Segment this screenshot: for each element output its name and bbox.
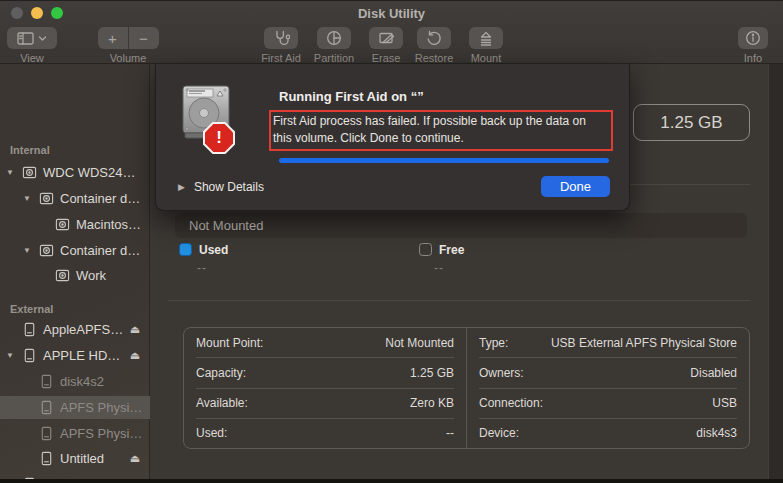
sidebar-item-work[interactable]: Work: [0, 264, 150, 287]
info-icon: [745, 30, 761, 46]
row-label: Type:: [479, 336, 508, 350]
disclosure-triangle-icon: ▶: [178, 182, 185, 192]
show-details-label: Show Details: [194, 180, 264, 194]
row-value: --: [446, 426, 454, 440]
sidebar-item-macintosh[interactable]: Macintos…: [0, 213, 150, 236]
disclosure-triangle-icon[interactable]: ▼: [4, 161, 16, 184]
toolbar-item-view: View: [6, 27, 58, 64]
disclosure-triangle-icon[interactable]: ▼: [21, 187, 33, 210]
usage-bar: Not Mounted: [175, 213, 747, 238]
toolbar-item-restore: Restore: [408, 27, 460, 64]
toolbar-label: Partition: [314, 52, 354, 64]
internal-disk-icon: [22, 165, 37, 180]
sidebar-item-label: AppleAPFS…: [43, 318, 123, 341]
toolbar-label: Erase: [372, 52, 401, 64]
restore-arrow-icon: [426, 30, 442, 46]
sidebar-section-internal: Internal: [10, 143, 50, 157]
sidebar-item-label: disk4s2: [60, 370, 104, 393]
dialog-message: First Aid process has failed. If possibl…: [273, 113, 607, 147]
row-label: Available:: [196, 396, 248, 410]
done-button[interactable]: Done: [541, 176, 610, 197]
sidebar-item-label: Container d…: [60, 239, 140, 262]
mount-button[interactable]: [469, 27, 503, 49]
sidebar-item-label: Work: [76, 264, 106, 287]
info-button[interactable]: [738, 27, 768, 49]
table-row: Connection: USB: [479, 388, 737, 418]
eject-icon[interactable]: ⏏: [127, 344, 143, 367]
table-row: Owners: Disabled: [479, 357, 737, 387]
table-row: Type: USB External APFS Physical Store: [479, 328, 737, 357]
toolbar-label: View: [20, 52, 44, 64]
window-bottom-edge: [0, 479, 783, 483]
sidebar-item-appleapfs-1[interactable]: AppleAPFS… ⏏: [0, 318, 150, 341]
sidebar-item-label: APFS Physi…: [60, 396, 142, 419]
divider: [168, 300, 750, 301]
row-label: Connection:: [479, 396, 543, 410]
window-title: Disk Utility: [0, 6, 783, 21]
external-disk-icon: [39, 374, 54, 389]
toolbar-label: First Aid: [261, 52, 301, 64]
remove-volume-button[interactable]: −: [128, 27, 159, 49]
chevron-down-icon: [38, 35, 47, 42]
row-value: Zero KB: [410, 396, 454, 410]
first-aid-progress-bar: [279, 158, 609, 163]
toolbar-item-first-aid: First Aid: [253, 27, 309, 64]
internal-disk-icon: [55, 268, 70, 283]
capacity-badge: 1.25 GB: [633, 104, 750, 141]
disk-utility-window: Disk Utility View + − Volume First Aid: [0, 0, 783, 483]
sidebar: Internal ▼ WDC WDS24… ▼ Container d… Mac…: [0, 64, 150, 479]
partition-button[interactable]: [317, 27, 351, 49]
free-legend-value: --: [434, 261, 444, 275]
sidebar-item-container-1[interactable]: ▼ Container d…: [0, 187, 150, 210]
external-disk-icon: [22, 322, 37, 337]
toolbar-item-volume: + − Volume: [97, 27, 159, 64]
toolbar-label: Mount: [471, 52, 502, 64]
stethoscope-icon: [273, 30, 290, 46]
sidebar-item-disk4s2[interactable]: disk4s2: [0, 370, 150, 393]
row-value: Not Mounted: [385, 336, 454, 350]
sidebar-item-apfs-physical-1-selected[interactable]: APFS Physi…: [0, 396, 150, 419]
table-row: Device: disk4s3: [479, 418, 737, 448]
free-legend-label: Free: [439, 243, 464, 257]
internal-disk-icon: [55, 217, 70, 232]
toolbar-label: Volume: [110, 52, 147, 64]
sidebar-section-external: External: [10, 302, 53, 316]
table-row: Mount Point: Not Mounted: [196, 328, 454, 357]
row-label: Used:: [196, 426, 227, 440]
volume-segmented-control: + −: [98, 27, 159, 49]
first-aid-button[interactable]: [264, 27, 298, 49]
details-table-right-column: Type: USB External APFS Physical Store O…: [466, 328, 749, 448]
disclosure-triangle-icon[interactable]: ▼: [4, 344, 16, 367]
eject-icon[interactable]: ⏏: [127, 447, 143, 470]
sidebar-item-label: APFS Physi…: [60, 422, 142, 445]
window-right-edge: [768, 64, 783, 479]
show-details-toggle[interactable]: ▶ Show Details: [178, 176, 264, 197]
add-volume-button[interactable]: +: [98, 27, 128, 49]
sidebar-item-label: APPLE HD…: [43, 344, 120, 367]
sidebar-item-wdc-disk[interactable]: ▼ WDC WDS24…: [0, 161, 150, 184]
toolbar-item-mount: Mount: [462, 27, 510, 64]
sidebar-item-label: Macintos…: [76, 213, 141, 236]
sidebar-item-apfs-physical-2[interactable]: APFS Physi…: [0, 422, 150, 445]
row-label: Owners:: [479, 366, 524, 380]
toolbar: Disk Utility View + − Volume First Aid: [0, 1, 783, 64]
view-button[interactable]: [7, 27, 57, 49]
toolbar-label: Restore: [415, 52, 454, 64]
disclosure-triangle-icon[interactable]: ▼: [21, 239, 33, 262]
restore-button[interactable]: [417, 27, 451, 49]
sidebar-item-label: Container d…: [60, 187, 140, 210]
details-table-left-column: Mount Point: Not Mounted Capacity: 1.25 …: [184, 328, 466, 448]
sidebar-item-container-2[interactable]: ▼ Container d…: [0, 239, 150, 262]
external-disk-icon: [39, 426, 54, 441]
erase-button[interactable]: [369, 27, 403, 49]
table-row: Capacity: 1.25 GB: [196, 357, 454, 387]
external-disk-icon: [22, 348, 37, 363]
sidebar-item-apple-hd[interactable]: ▼ APPLE HD… ⏏: [0, 344, 150, 367]
first-aid-dialog: ! Running First Aid on “” First Aid proc…: [155, 64, 630, 211]
sidebar-item-untitled[interactable]: Untitled ⏏: [0, 447, 150, 470]
row-label: Capacity:: [196, 366, 246, 380]
toolbar-item-info: Info: [730, 27, 776, 64]
free-legend-swatch: [419, 243, 432, 256]
eject-icon[interactable]: ⏏: [127, 318, 143, 341]
sidebar-panel-icon: [17, 31, 35, 46]
